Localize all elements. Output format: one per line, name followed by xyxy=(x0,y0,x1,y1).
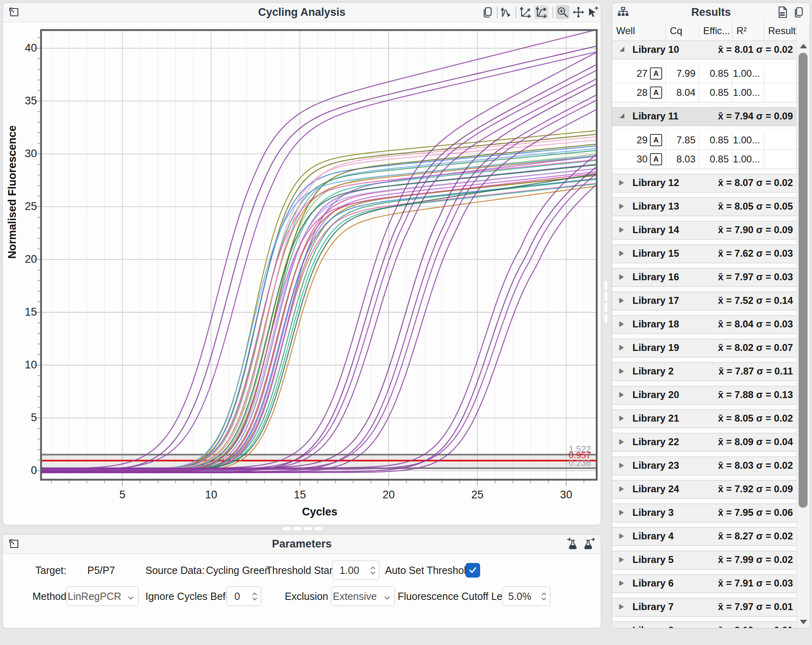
well-row[interactable]: 27A7.990.851.00... xyxy=(612,64,797,83)
library-group-row[interactable]: Library 19x̄ = 8.02 σ = 0.07 xyxy=(612,339,797,357)
well-row[interactable]: 30A8.030.851.00... xyxy=(612,150,797,169)
library-group-row[interactable]: Library 2x̄ = 7.87 σ = 0.11 xyxy=(612,362,797,381)
column-header[interactable]: R² xyxy=(732,22,764,41)
export-parameters-flask-icon[interactable] xyxy=(582,537,596,551)
library-group-row[interactable]: Library 4x̄ = 8.27 σ = 0.02 xyxy=(612,527,797,546)
library-group-row[interactable]: Library 10x̄ = 8.01 σ = 0.02 xyxy=(612,41,797,59)
collapse-triangle-icon[interactable] xyxy=(619,203,624,212)
spinner-buttons[interactable] xyxy=(252,592,258,601)
library-stats: x̄ = 8.03 σ = 0.02 xyxy=(718,460,793,471)
library-name: Library 13 xyxy=(632,201,679,212)
collapse-triangle-icon[interactable] xyxy=(619,532,624,541)
zoom-icon[interactable] xyxy=(556,5,569,19)
svg-text:CSV: CSV xyxy=(780,13,785,15)
collapse-triangle-icon[interactable] xyxy=(619,485,624,494)
column-header[interactable]: Effic... xyxy=(699,22,732,41)
fluorescence-cutoff-input[interactable]: 5.0% xyxy=(502,587,550,606)
library-group-row[interactable]: Library 18x̄ = 8.04 σ = 0.03 xyxy=(612,315,797,334)
copy-icon[interactable] xyxy=(792,5,806,19)
spinner-buttons[interactable] xyxy=(541,592,547,601)
library-group-row[interactable]: Library 24x̄ = 7.92 σ = 0.09 xyxy=(612,480,797,499)
sigmoid-plot-icon[interactable] xyxy=(535,5,548,19)
library-group-row[interactable]: Library 6x̄ = 7.91 σ = 0.03 xyxy=(612,574,797,593)
library-group-row[interactable]: Library 15x̄ = 7.62 σ = 0.03 xyxy=(612,245,797,263)
collapse-triangle-icon[interactable] xyxy=(619,320,624,329)
scroll-down-icon[interactable] xyxy=(797,617,810,627)
ignore-cycles-input[interactable]: 0 xyxy=(226,587,261,606)
well-row[interactable]: 29A7.850.851.00... xyxy=(612,131,797,150)
spinner-buttons[interactable] xyxy=(370,566,376,575)
auto-flag-icon: A xyxy=(650,134,662,146)
threshold-start-input[interactable]: 1.00 xyxy=(332,561,379,580)
toolbar-separator xyxy=(497,7,498,18)
library-group-row[interactable]: Library 3x̄ = 7.95 σ = 0.06 xyxy=(612,504,797,522)
horizontal-splitter[interactable] xyxy=(2,525,600,532)
scrollbar-thumb[interactable] xyxy=(799,53,808,508)
library-stats: x̄ = 7.97 σ = 0.01 xyxy=(718,601,793,613)
library-group-row[interactable]: Library 14x̄ = 7.90 σ = 0.09 xyxy=(612,221,797,240)
library-name: Library 16 xyxy=(632,271,679,283)
library-group-row[interactable]: Library 21x̄ = 8.05 σ = 0.02 xyxy=(612,409,797,428)
library-group-row[interactable]: Library 20x̄ = 7.88 σ = 0.13 xyxy=(612,386,797,405)
library-group-row[interactable]: Library 16x̄ = 7.97 σ = 0.03 xyxy=(612,268,797,287)
chevron-down-icon xyxy=(128,591,134,602)
collapse-triangle-icon[interactable] xyxy=(619,226,624,235)
library-name: Library 5 xyxy=(632,554,673,565)
pan-icon[interactable] xyxy=(572,5,585,19)
expand-triangle-icon[interactable] xyxy=(619,113,625,121)
import-parameters-flask-icon[interactable] xyxy=(566,537,580,551)
collapse-triangle-icon[interactable] xyxy=(619,580,624,589)
derivative-plot-icon[interactable] xyxy=(499,5,513,19)
collapse-triangle-icon[interactable] xyxy=(619,368,624,377)
cq-value: 7.85 xyxy=(676,134,695,146)
results-scrollbar[interactable] xyxy=(797,41,810,628)
column-header[interactable]: Result xyxy=(764,22,797,41)
collapse-triangle-icon[interactable] xyxy=(619,462,624,471)
library-group-row[interactable]: Library 13x̄ = 8.05 σ = 0.05 xyxy=(612,197,797,216)
library-group-row[interactable]: Library 5x̄ = 7.99 σ = 0.02 xyxy=(612,551,797,569)
collapse-triangle-icon[interactable] xyxy=(619,250,624,259)
column-header[interactable]: Well xyxy=(612,22,666,41)
linear-plot-icon[interactable] xyxy=(519,5,533,19)
export-csv-icon[interactable]: CSV xyxy=(776,5,790,19)
library-group-row[interactable]: Library 12x̄ = 8.07 σ = 0.02 xyxy=(612,174,797,193)
library-group-row[interactable]: Library 7x̄ = 7.97 σ = 0.01 xyxy=(612,598,797,617)
column-header[interactable]: Cq xyxy=(666,22,699,41)
collapse-triangle-icon[interactable] xyxy=(619,273,624,282)
collapse-triangle-icon[interactable] xyxy=(619,627,624,628)
collapse-triangle-icon[interactable] xyxy=(619,509,624,518)
auto-set-threshold-checkbox[interactable] xyxy=(466,563,480,578)
scroll-up-icon[interactable] xyxy=(797,41,810,51)
expand-triangle-icon[interactable] xyxy=(619,46,625,54)
library-name: Library 23 xyxy=(632,460,679,471)
collapse-triangle-icon[interactable] xyxy=(619,603,624,612)
method-combobox[interactable]: LinRegPCR xyxy=(67,587,139,606)
collapse-triangle-icon[interactable] xyxy=(619,391,624,400)
library-name: Library 15 xyxy=(632,248,679,259)
results-table-header: WellCqEffic...R²Result xyxy=(612,22,810,41)
library-group-row[interactable]: Library 17x̄ = 7.52 σ = 0.14 xyxy=(612,292,797,310)
exclusion-combobox[interactable]: Extensive xyxy=(331,587,395,606)
collapse-triangle-icon[interactable] xyxy=(619,438,624,447)
well-row[interactable]: 28A8.040.851.00... xyxy=(612,83,797,102)
library-group-row[interactable]: Library 8x̄ = 8.19 σ = 0.01 xyxy=(612,621,797,628)
vertical-splitter[interactable] xyxy=(602,2,610,628)
column-header[interactable] xyxy=(797,22,810,41)
collapse-triangle-icon[interactable] xyxy=(619,415,624,424)
collapse-triangle-icon[interactable] xyxy=(619,556,624,565)
amplification-plot[interactable]: 1.5220.9570.238 xyxy=(41,30,597,480)
y-tick-label: 15 xyxy=(14,306,37,318)
well-number: 27 xyxy=(637,68,647,79)
copy-icon[interactable] xyxy=(481,5,495,19)
library-group-row[interactable]: Library 11x̄ = 7.94 σ = 0.09 xyxy=(612,107,797,126)
cycling-analysis-panel: Cycling Analysis xyxy=(2,2,601,525)
collapse-triangle-icon[interactable] xyxy=(619,344,624,353)
library-group-row[interactable]: Library 23x̄ = 8.03 σ = 0.02 xyxy=(612,457,797,475)
library-group-row[interactable]: Library 22x̄ = 8.09 σ = 0.04 xyxy=(612,433,797,452)
collapse-triangle-icon[interactable] xyxy=(619,297,624,306)
select-points-icon[interactable] xyxy=(585,5,599,19)
x-tick-label: 30 xyxy=(554,489,578,501)
library-stats: x̄ = 7.97 σ = 0.03 xyxy=(718,271,793,283)
collapse-triangle-icon[interactable] xyxy=(619,179,624,188)
parameters-titlebar: Parameters xyxy=(3,535,601,554)
